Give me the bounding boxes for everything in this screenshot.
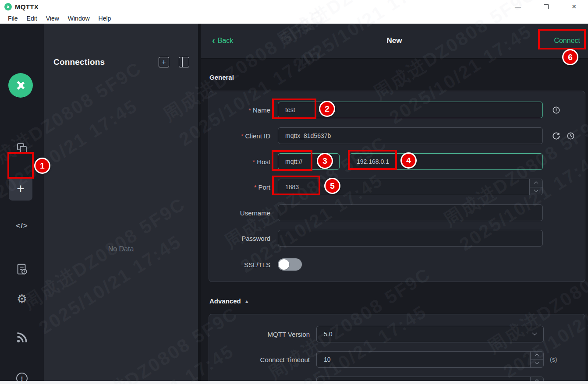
annotation-box-6: [538, 29, 586, 49]
username-input-wrap: [278, 204, 543, 221]
toggle-knob: [279, 259, 289, 270]
back-chevron-icon: ‹: [212, 36, 215, 45]
refresh-client-id-icon[interactable]: [552, 132, 560, 140]
keep-alive-row: Keep Alive (s): [209, 377, 585, 381]
menu-window[interactable]: Window: [64, 15, 94, 22]
mqttx-logo-icon: [4, 3, 12, 11]
timeout-decrement-button[interactable]: [531, 360, 543, 368]
advanced-section-title[interactable]: Advanced ▲: [209, 297, 249, 305]
connect-timeout-label: Connect Timeout: [209, 356, 310, 363]
window-controls: — ✕: [504, 0, 588, 13]
port-stepper: [529, 179, 542, 195]
main-content: ‹ Back New Connect General *Name *Client…: [198, 24, 588, 381]
connect-timeout-row: Connect Timeout (s): [209, 351, 585, 368]
chevron-up-icon: [534, 181, 538, 186]
name-info-icon[interactable]: [552, 106, 560, 114]
icon-sidebar: + </> ⚙ !: [0, 24, 44, 381]
password-input-wrap: [278, 230, 543, 247]
connection-form: General *Name *Client ID: [201, 60, 588, 381]
keep-alive-input[interactable]: [317, 377, 543, 381]
annotation-box-2: [272, 99, 316, 119]
mqtt-version-value: 5.0: [317, 331, 332, 338]
general-card: *Name *Client ID: [209, 91, 585, 282]
window-title: MQTTX: [15, 3, 39, 11]
annotation-box-4: [348, 150, 397, 170]
name-input[interactable]: [278, 102, 542, 118]
mqttx-logo-large-icon: [8, 73, 33, 98]
name-input-wrap: [278, 102, 543, 118]
new-connection-button[interactable]: +: [9, 177, 32, 201]
port-label: *Port: [209, 183, 270, 191]
menubar: File Edit View Window Help: [0, 13, 588, 24]
settings-nav-icon[interactable]: ⚙: [0, 292, 44, 306]
username-label: Username: [209, 209, 270, 217]
minimize-button[interactable]: —: [504, 0, 532, 13]
history-clock-icon[interactable]: [567, 132, 575, 140]
collapse-panel-icon[interactable]: [179, 57, 189, 67]
client-id-input-wrap: [278, 127, 543, 144]
annotation-box-5: [272, 176, 320, 195]
menu-view[interactable]: View: [42, 15, 64, 22]
connections-panel: Connections + No Data: [44, 24, 198, 381]
ssl-toggle[interactable]: [278, 258, 302, 271]
annotation-box-1: [7, 152, 34, 179]
required-mark: *: [248, 106, 251, 114]
chevron-down-icon: [535, 360, 539, 364]
name-label: *Name: [209, 106, 270, 114]
client-id-row: *Client ID: [209, 127, 585, 144]
keep-alive-input-wrap: [316, 377, 544, 381]
connect-timeout-input-wrap: [316, 351, 544, 368]
keepalive-increment-button[interactable]: [531, 377, 543, 381]
annotation-step-1: 1: [34, 158, 50, 174]
username-input[interactable]: [278, 205, 542, 221]
chevron-down-icon: [534, 187, 538, 192]
annotation-step-4: 4: [400, 152, 417, 169]
back-label: Back: [218, 37, 234, 45]
chevron-up-icon: [535, 354, 539, 358]
connect-timeout-stepper: [530, 352, 543, 367]
back-button[interactable]: ‹ Back: [212, 36, 233, 45]
username-row: Username: [209, 204, 585, 221]
port-decrement-button[interactable]: [530, 187, 542, 195]
collapse-up-icon: ▲: [244, 299, 249, 304]
log-nav-icon[interactable]: [0, 263, 44, 276]
port-increment-button[interactable]: [530, 179, 542, 187]
mqttx-window: { "window": { "app_title": "MQTTX", "men…: [0, 0, 588, 384]
host-label: *Host: [209, 158, 270, 166]
window-bottom-edge: [0, 381, 588, 384]
advanced-card: MQTT Version 5.0 Connect Timeout (s): [209, 314, 585, 381]
add-connection-icon[interactable]: +: [159, 57, 169, 67]
annotation-step-6: 6: [562, 49, 578, 65]
password-row: Password: [209, 230, 585, 247]
client-id-input[interactable]: [278, 128, 542, 144]
name-row: *Name: [209, 102, 585, 118]
annotation-step-2: 2: [319, 101, 335, 117]
broadcast-nav-icon[interactable]: [0, 331, 44, 344]
host-row: *Host mqtt://: [209, 153, 585, 170]
ssl-label: SSL/TLS: [209, 261, 270, 268]
menu-file[interactable]: File: [4, 15, 22, 22]
client-id-label: *Client ID: [209, 132, 270, 140]
menu-help[interactable]: Help: [94, 15, 116, 22]
annotation-step-5: 5: [324, 178, 340, 194]
mqtt-version-select[interactable]: 5.0: [316, 326, 544, 342]
close-button[interactable]: ✕: [560, 0, 588, 13]
mqtt-version-row: MQTT Version 5.0: [209, 326, 585, 342]
general-section-title: General: [209, 74, 234, 81]
password-input[interactable]: [278, 230, 542, 246]
menu-edit[interactable]: Edit: [22, 15, 42, 22]
script-nav-icon[interactable]: </>: [0, 222, 44, 230]
titlebar: MQTTX — ✕: [0, 0, 588, 13]
port-row: *Port: [209, 179, 585, 195]
connect-timeout-unit: (s): [550, 356, 557, 363]
timeout-increment-button[interactable]: [531, 352, 543, 360]
empty-list-text: No Data: [44, 245, 198, 253]
connect-timeout-input[interactable]: [317, 352, 543, 367]
main-header: ‹ Back New Connect: [201, 24, 588, 59]
mqtt-version-label: MQTT Version: [209, 331, 310, 338]
maximize-button[interactable]: [532, 0, 560, 13]
keep-alive-stepper: [530, 377, 543, 381]
annotation-box-3: [272, 150, 312, 171]
page-title: New: [201, 36, 588, 45]
connections-panel-title: Connections: [53, 57, 105, 67]
